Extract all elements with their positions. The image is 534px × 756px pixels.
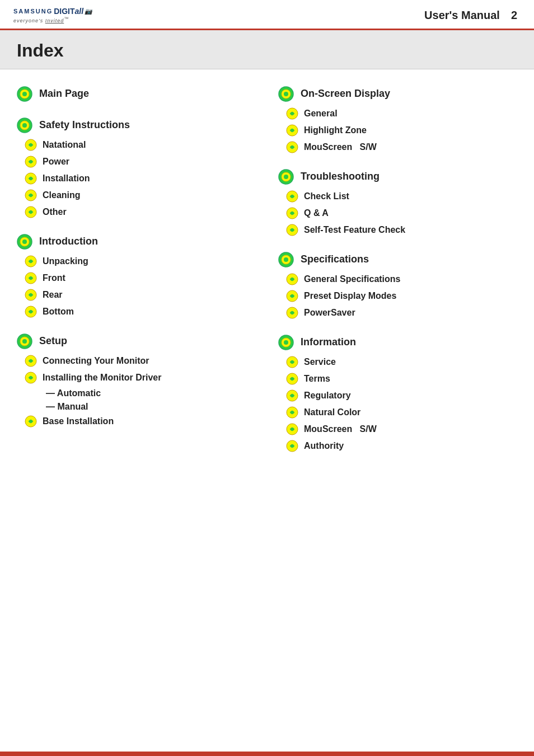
page-number: 2: [511, 9, 517, 22]
logo-sub-text: everyone's Invited™: [13, 16, 92, 24]
installation-label: Installation: [43, 173, 90, 184]
sub-authority[interactable]: Authority: [286, 440, 517, 452]
unpacking-label: Unpacking: [43, 256, 88, 266]
indent-automatic[interactable]: — Automatic: [46, 388, 256, 398]
main-item-introduction[interactable]: Introduction: [17, 234, 256, 250]
circle-icon-osd: [278, 86, 294, 102]
manual-label: — Manual: [46, 402, 88, 411]
arrow-icon: [25, 139, 37, 151]
sub-powersaver[interactable]: PowerSaver: [286, 307, 517, 319]
natational-label: Natational: [43, 140, 86, 150]
setup-label: Setup: [39, 335, 67, 347]
main-item-troubleshooting[interactable]: Troubleshooting: [278, 169, 517, 185]
sub-connecting[interactable]: Connecting Your Monitor: [25, 355, 256, 367]
sub-bottom[interactable]: Bottom: [25, 306, 256, 318]
arrow-icon-connecting: [25, 355, 37, 367]
main-item-information[interactable]: Information: [278, 335, 517, 350]
arrow-icon-highlight: [286, 124, 298, 137]
main-page-label: Main Page: [39, 88, 89, 100]
arrow-icon-power: [25, 156, 37, 168]
sub-cleaning[interactable]: Cleaning: [25, 189, 256, 201]
main-item-setup[interactable]: Setup: [17, 334, 256, 349]
general-osd-label: General: [304, 109, 338, 119]
main-item-specifications[interactable]: Specifications: [278, 252, 517, 267]
sub-power[interactable]: Power: [25, 156, 256, 168]
sub-service[interactable]: Service: [286, 356, 517, 368]
svg-point-38: [284, 257, 288, 262]
arrow-icon-self-test: [286, 224, 298, 236]
right-column: On-Screen Display General Highlight Zone: [267, 86, 517, 468]
bottom-label: Bottom: [43, 307, 74, 317]
arrow-icon-service: [286, 356, 298, 368]
arrow-icon-natural-color: [286, 406, 298, 419]
svg-point-2: [22, 92, 27, 96]
svg-point-5: [22, 123, 27, 128]
introduction-label: Introduction: [39, 236, 98, 247]
sub-terms[interactable]: Terms: [286, 373, 517, 385]
sub-natural-color[interactable]: Natural Color: [286, 406, 517, 419]
mouscreen-sw-label: MouScreen S/W: [304, 142, 377, 152]
information-label: Information: [301, 336, 356, 348]
arrow-icon-preset-display: [286, 290, 298, 302]
logo-area: SAMSUNG DIGITall 📷 everyone's Invited™: [13, 7, 92, 24]
sub-installation[interactable]: Installation: [25, 172, 256, 185]
installing-label: Installing the Monitor Driver: [43, 373, 161, 383]
regulatory-label: Regulatory: [304, 391, 351, 401]
arrow-icon-mouscreen2: [286, 423, 298, 435]
sub-installing[interactable]: Installing the Monitor Driver: [25, 372, 256, 384]
sub-general-specs[interactable]: General Specifications: [286, 273, 517, 285]
sub-mouscreen-sw[interactable]: MouScreen S/W: [286, 141, 517, 153]
sub-check-list[interactable]: Check List: [286, 190, 517, 203]
samsung-logo-text: SAMSUNG: [13, 8, 53, 15]
page-header: SAMSUNG DIGITall 📷 everyone's Invited™ U…: [0, 0, 534, 30]
self-test-label: Self-Test Feature Check: [304, 225, 405, 235]
sub-base[interactable]: Base Installation: [25, 415, 256, 428]
rear-label: Rear: [43, 290, 63, 300]
terms-label: Terms: [304, 374, 330, 384]
arrow-icon-mouscreen: [286, 141, 298, 153]
connecting-label: Connecting Your Monitor: [43, 356, 149, 366]
sub-rear[interactable]: Rear: [25, 289, 256, 301]
circle-icon-information: [278, 335, 294, 350]
section-setup: Setup Connecting Your Monitor Installing…: [17, 334, 256, 428]
safety-label: Safety Instructions: [39, 119, 130, 131]
osd-label: On-Screen Display: [301, 88, 390, 100]
other-label: Other: [43, 207, 67, 217]
sub-qa[interactable]: Q & A: [286, 207, 517, 219]
arrow-icon-bottom: [25, 306, 37, 318]
sub-mouscreen-sw2[interactable]: MouScreen S/W: [286, 423, 517, 435]
introduction-subs: Unpacking Front Rear: [17, 255, 256, 318]
section-information: Information Service Terms: [278, 335, 517, 452]
sub-front[interactable]: Front: [25, 272, 256, 284]
authority-label: Authority: [304, 441, 344, 451]
section-safety: Safety Instructions Natational Power: [17, 118, 256, 218]
qa-label: Q & A: [304, 208, 329, 218]
sub-natational[interactable]: Natational: [25, 139, 256, 151]
natural-color-label: Natural Color: [304, 407, 360, 417]
main-item-safety[interactable]: Safety Instructions: [17, 118, 256, 133]
sub-regulatory[interactable]: Regulatory: [286, 389, 517, 402]
specifications-subs: General Specifications Preset Display Mo…: [278, 273, 517, 319]
arrow-icon-installing: [25, 372, 37, 384]
sub-highlight[interactable]: Highlight Zone: [286, 124, 517, 137]
troubleshooting-subs: Check List Q & A Self-Test Feature Check: [278, 190, 517, 236]
circle-icon-safety: [17, 118, 32, 133]
main-item-main-page[interactable]: Main Page: [17, 86, 256, 102]
sub-self-test[interactable]: Self-Test Feature Check: [286, 224, 517, 236]
svg-point-20: [22, 339, 27, 344]
section-specifications: Specifications General Specifications Pr…: [278, 252, 517, 319]
sub-general-osd[interactable]: General: [286, 107, 517, 120]
svg-point-32: [284, 175, 288, 179]
section-introduction: Introduction Unpacking Front: [17, 234, 256, 318]
arrow-icon-front: [25, 272, 37, 284]
indent-manual[interactable]: — Manual: [46, 402, 256, 412]
osd-subs: General Highlight Zone MouScreen S/W: [278, 107, 517, 153]
main-item-osd[interactable]: On-Screen Display: [278, 86, 517, 102]
sub-preset-display[interactable]: Preset Display Modes: [286, 290, 517, 302]
arrow-icon-unpacking: [25, 255, 37, 267]
circle-icon-specifications: [278, 252, 294, 267]
sub-other[interactable]: Other: [25, 206, 256, 218]
sub-unpacking[interactable]: Unpacking: [25, 255, 256, 267]
footer-bar: [0, 752, 534, 756]
svg-point-26: [284, 92, 288, 96]
